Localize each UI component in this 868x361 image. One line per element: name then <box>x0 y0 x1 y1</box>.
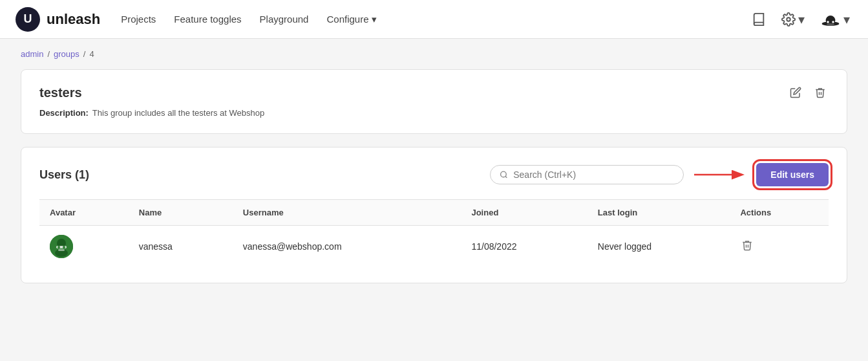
group-description: Description: This group includes all the… <box>39 108 829 118</box>
table-row: vanessa vanessa@webshop.com 11/08/2022 N… <box>39 226 829 268</box>
card-title-actions <box>787 85 829 103</box>
pencil-icon <box>790 87 801 98</box>
table-header-row: Avatar Name Username Joined Last login A… <box>39 200 829 226</box>
nav-playground[interactable]: Playground <box>260 14 309 25</box>
chevron-down-icon: ▾ <box>372 14 377 25</box>
svg-point-6 <box>501 171 507 177</box>
cell-joined: 11/08/2022 <box>461 226 587 268</box>
logo-circle: U <box>16 7 40 32</box>
breadcrumb-current: 4 <box>89 49 94 59</box>
docs-button[interactable] <box>749 10 768 29</box>
col-last-login: Last login <box>587 200 730 226</box>
users-title: Users (1) <box>39 168 89 182</box>
cell-name: vanessa <box>129 226 233 268</box>
delete-user-button[interactable] <box>740 238 754 256</box>
col-name: Name <box>129 200 233 226</box>
cell-last-login: Never logged <box>587 226 730 268</box>
users-card-header: Users (1) Edit users <box>39 163 829 186</box>
users-table: Avatar Name Username Joined Last login A… <box>39 200 829 267</box>
settings-button[interactable]: ▾ <box>779 9 807 30</box>
search-input[interactable] <box>513 170 674 180</box>
svg-rect-15 <box>58 249 65 251</box>
description-label: Description: <box>39 108 89 118</box>
nav-links: Projects Feature toggles Playground Conf… <box>121 14 728 25</box>
users-header-right: Edit users <box>490 163 829 186</box>
navbar: U unleash Projects Feature toggles Playg… <box>0 0 868 39</box>
app-name: unleash <box>47 11 100 28</box>
breadcrumb-groups[interactable]: groups <box>54 49 79 59</box>
svg-point-0 <box>787 17 790 21</box>
search-icon <box>500 170 508 179</box>
breadcrumb-admin[interactable]: admin <box>21 49 43 59</box>
svg-point-5 <box>832 21 834 23</box>
col-actions: Actions <box>730 200 829 226</box>
col-avatar: Avatar <box>39 200 129 226</box>
nav-right: ▾ ▾ <box>749 9 852 30</box>
col-joined: Joined <box>461 200 587 226</box>
breadcrumb: admin / groups / 4 <box>0 39 868 69</box>
cell-actions <box>730 226 829 268</box>
app-logo[interactable]: U unleash <box>16 7 100 32</box>
arrow-icon <box>694 165 746 184</box>
description-value: This group includes all the testers at W… <box>92 108 264 118</box>
chevron-down-icon: ▾ <box>798 12 805 27</box>
svg-line-7 <box>505 177 507 178</box>
cell-username: vanessa@webshop.com <box>233 226 461 268</box>
nav-feature-toggles[interactable]: Feature toggles <box>174 14 241 25</box>
avatar <box>50 235 73 258</box>
edit-users-button[interactable]: Edit users <box>756 163 829 186</box>
svg-point-4 <box>827 21 829 23</box>
nav-projects[interactable]: Projects <box>121 14 156 25</box>
cell-avatar <box>39 226 129 268</box>
user-menu-button[interactable]: ▾ <box>818 9 852 30</box>
search-box <box>490 165 684 184</box>
svg-point-13 <box>58 246 60 248</box>
users-card: Users (1) Edit users <box>21 147 847 283</box>
hat-icon <box>820 12 841 27</box>
avatar-icon <box>50 235 73 258</box>
svg-point-3 <box>827 23 834 26</box>
book-icon <box>752 12 766 27</box>
nav-configure[interactable]: Configure ▾ <box>326 14 376 25</box>
delete-group-button[interactable] <box>812 85 829 103</box>
trash-icon <box>814 87 826 98</box>
chevron-down-icon: ▾ <box>843 12 850 27</box>
edit-group-button[interactable] <box>787 85 804 103</box>
group-info-card: testers Description: This group includes… <box>21 69 847 134</box>
trash-icon <box>741 239 753 251</box>
group-title: testers <box>39 85 82 100</box>
col-username: Username <box>233 200 461 226</box>
group-card-header: testers <box>39 85 829 103</box>
svg-point-14 <box>63 246 65 248</box>
main-content: testers Description: This group includes… <box>0 69 868 317</box>
gear-icon <box>781 12 796 27</box>
